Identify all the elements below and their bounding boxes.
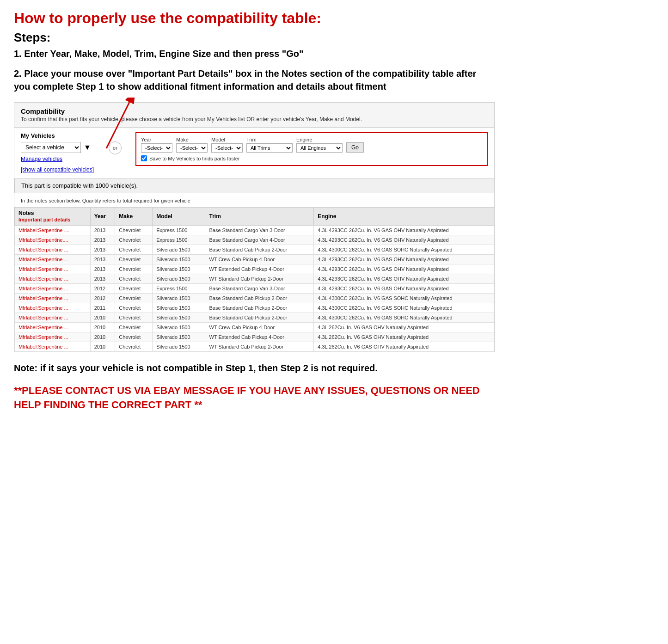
compat-count-bar: This part is compatible with 1000 vehicl… <box>14 178 494 193</box>
trim-select[interactable]: All Trims <box>246 143 293 153</box>
compat-table: Notes Important part details Year Make M… <box>14 207 494 352</box>
compat-subtitle: To confirm that this part fits your vehi… <box>21 116 488 123</box>
notes-cell: Mfrlabel:Serpentine ... <box>15 255 91 264</box>
engine-cell: 4.3L 4293CC 262Cu. In. V6 GAS OHV Natura… <box>314 284 494 294</box>
table-row: Mfrlabel:Serpentine ...2010ChevroletSilv… <box>15 332 494 342</box>
make-header: Make <box>115 208 153 226</box>
save-checkbox-row: Save to My Vehicles to finds parts faste… <box>141 155 482 161</box>
compat-body: My Vehicles Select a vehicle ▼ Manage ve… <box>14 128 494 178</box>
table-row: Mfrlabel:Serpentine ...2013ChevroletSilv… <box>15 255 494 264</box>
engine-cell: 4.3L 4300CC 262Cu. In. V6 GAS SOHC Natur… <box>314 313 494 323</box>
table-row: Mfrlabel:Serpentine ....2013ChevroletExp… <box>15 226 494 235</box>
table-row: Mfrlabel:Serpentine....2013ChevroletExpr… <box>15 235 494 245</box>
year-cell: 2013 <box>90 245 115 255</box>
year-cell: 2012 <box>90 284 115 294</box>
table-row: Mfrlabel:Serpentine ...2012ChevroletSilv… <box>15 294 494 303</box>
model-cell: Express 1500 <box>153 284 205 294</box>
trim-cell: Base Standard Cab Pickup 2-Door <box>205 245 314 255</box>
show-all-link[interactable]: [show all compatible vehicles] <box>21 166 94 173</box>
go-button[interactable]: Go <box>346 142 364 153</box>
or-divider: or <box>109 141 122 154</box>
make-cell: Chevrolet <box>115 274 153 284</box>
engine-cell: 4.3L 4300CC 262Cu. In. V6 GAS SOHC Natur… <box>314 303 494 313</box>
year-label: Year <box>141 137 172 142</box>
model-cell: Silverado 1500 <box>153 255 205 264</box>
model-cell: Silverado 1500 <box>153 245 205 255</box>
make-cell: Chevrolet <box>115 235 153 245</box>
year-cell: 2010 <box>90 313 115 323</box>
step1-text: 1. Enter Year, Make, Model, Trim, Engine… <box>14 48 495 60</box>
year-cell: 2013 <box>90 255 115 264</box>
notes-cell: Mfrlabel:Serpentine ... <box>15 332 91 342</box>
my-vehicles-label: My Vehicles <box>21 132 95 139</box>
trim-cell: Base Standard Cargo Van 3-Door <box>205 226 314 235</box>
trim-cell: Base Standard Cab Pickup 2-Door <box>205 303 314 313</box>
manage-vehicles-link[interactable]: Manage vehicles <box>21 156 95 162</box>
engine-cell: 4.3L 4293CC 262Cu. In. V6 GAS OHV Natura… <box>314 235 494 245</box>
model-cell: Silverado 1500 <box>153 303 205 313</box>
model-label: Model <box>211 137 243 142</box>
notes-cell: Mfrlabel:Serpentine ... <box>15 294 91 303</box>
engine-cell: 4.3L 262Cu. In. V6 GAS OHV Naturally Asp… <box>314 342 494 352</box>
table-row: Mfrlabel:Serpentine ...2011ChevroletSilv… <box>15 303 494 313</box>
vehicle-select[interactable]: Select a vehicle <box>21 142 81 153</box>
year-cell: 2013 <box>90 226 115 235</box>
make-cell: Chevrolet <box>115 226 153 235</box>
compat-header: Compatibility To confirm that this part … <box>14 103 494 128</box>
table-body: Mfrlabel:Serpentine ....2013ChevroletExp… <box>15 226 494 352</box>
make-cell: Chevrolet <box>115 332 153 342</box>
compatibility-diagram: Compatibility To confirm that this part … <box>14 102 495 352</box>
table-row: Mfrlabel:Serpentine ...2010ChevroletSilv… <box>15 323 494 332</box>
table-row: Mfrlabel:Serpentine ...2010ChevroletSilv… <box>15 342 494 352</box>
engine-cell: 4.3L 4300CC 262Cu. In. V6 GAS SOHC Natur… <box>314 294 494 303</box>
trim-cell: WT Standard Cab Pickup 2-Door <box>205 342 314 352</box>
year-cell: 2013 <box>90 235 115 245</box>
make-field: Make -Select- <box>176 137 208 153</box>
year-select[interactable]: -Select- <box>141 143 172 153</box>
my-vehicles-section: My Vehicles Select a vehicle ▼ Manage ve… <box>21 132 95 173</box>
make-cell: Chevrolet <box>115 323 153 332</box>
model-cell: Silverado 1500 <box>153 323 205 332</box>
trim-cell: WT Crew Cab Pickup 4-Door <box>205 255 314 264</box>
trim-label: Trim <box>246 137 293 142</box>
notes-header: Notes Important part details <box>15 208 91 226</box>
trim-cell: WT Extended Cab Pickup 4-Door <box>205 332 314 342</box>
make-cell: Chevrolet <box>115 294 153 303</box>
year-cell: 2010 <box>90 332 115 342</box>
make-select[interactable]: -Select- <box>176 143 208 153</box>
model-select[interactable]: -Select- <box>211 143 243 153</box>
trim-cell: Base Standard Cab Pickup 2-Door <box>205 294 314 303</box>
trim-cell: WT Extended Cab Pickup 4-Door <box>205 264 314 274</box>
year-cell: 2010 <box>90 323 115 332</box>
notes-cell: Mfrlabel:Serpentine ... <box>15 342 91 352</box>
make-label: Make <box>176 137 208 142</box>
model-cell: Silverado 1500 <box>153 313 205 323</box>
engine-cell: 4.3L 4300CC 262Cu. In. V6 GAS SOHC Natur… <box>314 245 494 255</box>
trim-cell: Base Standard Cargo Van 4-Door <box>205 235 314 245</box>
save-checkbox[interactable] <box>141 155 147 161</box>
main-title: How to properly use the compatibility ta… <box>14 9 495 27</box>
notes-cell: Mfrlabel:Serpentine ... <box>15 323 91 332</box>
year-cell: 2013 <box>90 274 115 284</box>
trim-cell: Base Standard Cargo Van 3-Door <box>205 284 314 294</box>
model-cell: Express 1500 <box>153 226 205 235</box>
notes-cell: Mfrlabel:Serpentine ... <box>15 284 91 294</box>
notes-cell: Mfrlabel:Serpentine ... <box>15 245 91 255</box>
year-cell: 2012 <box>90 294 115 303</box>
notes-cell: Mfrlabel:Serpentine ... <box>15 313 91 323</box>
year-cell: 2011 <box>90 303 115 313</box>
table-row: Mfrlabel:Serpentine ...2012ChevroletExpr… <box>15 284 494 294</box>
vehicle-form-section: Year -Select- Make -Select- Model <box>135 132 488 166</box>
notes-header-label: Notes <box>18 210 34 216</box>
notes-cell: Mfrlabel:Serpentine ... <box>15 264 91 274</box>
note-text: Note: if it says your vehicle is not com… <box>14 362 495 374</box>
step2-text: 2. Place your mouse over "Important Part… <box>14 67 495 93</box>
make-cell: Chevrolet <box>115 303 153 313</box>
compatibility-section: Compatibility To confirm that this part … <box>14 102 495 352</box>
important-part-details-label: Important part details <box>18 217 70 222</box>
make-cell: Chevrolet <box>115 255 153 264</box>
engine-select[interactable]: All Engines <box>296 143 343 153</box>
notes-cell: Mfrlabel:Serpentine.... <box>15 235 91 245</box>
make-cell: Chevrolet <box>115 284 153 294</box>
engine-header: Engine <box>314 208 494 226</box>
